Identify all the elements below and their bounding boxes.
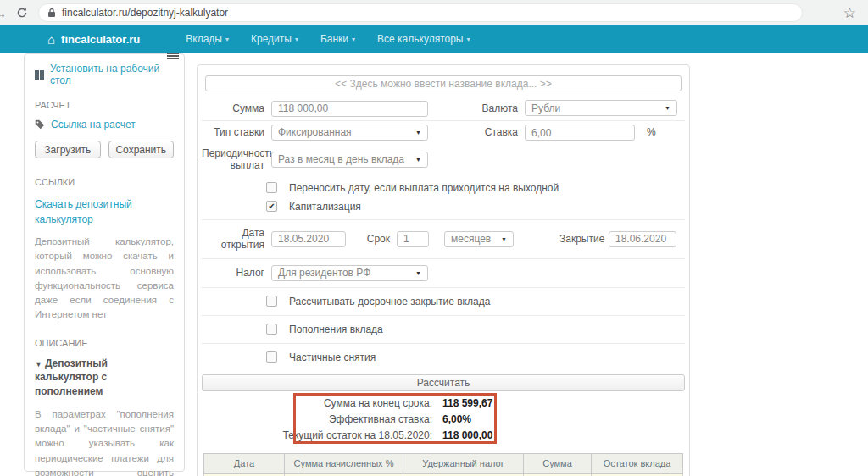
tax-select[interactable]: Для резидентов РФ ▼ xyxy=(271,265,428,281)
col-header-date: Дата xyxy=(204,453,285,473)
refill-checkbox[interactable] xyxy=(266,324,277,335)
brand-home-link[interactable]: ⌂ fincalculator.ru xyxy=(47,32,140,47)
chevron-down-icon: ▼ xyxy=(35,360,42,368)
rate-input[interactable] xyxy=(525,125,635,141)
load-button[interactable]: Загрузить xyxy=(35,141,101,158)
site-navbar: ⌂ fincalculator.ru Вклады ▾ Кредиты ▾ Ба… xyxy=(0,25,868,53)
col-header-accrued: Сумма начисленных % xyxy=(285,453,403,473)
periodicity-label: Периодичность выплат xyxy=(202,147,271,172)
results-summary: Сумма на конец срока: 118 599,67 Эффекти… xyxy=(202,393,685,448)
brand-label: fincalculator.ru xyxy=(61,33,140,46)
chevron-down-icon: ▾ xyxy=(466,36,470,43)
withdraw-label: Частичные снятия xyxy=(289,351,376,363)
calculate-button[interactable]: Рассчитать xyxy=(202,374,685,391)
chevron-down-icon: ▼ xyxy=(415,130,421,136)
capitalization-label: Капитализация xyxy=(289,201,361,213)
capitalization-checkbox[interactable]: ✔ xyxy=(266,201,277,212)
chevron-down-icon: ▾ xyxy=(225,36,229,43)
col-header-tax: Удержанный налог xyxy=(403,453,524,473)
term-input[interactable] xyxy=(397,231,429,247)
menu-item-vklady[interactable]: Вклады ▾ xyxy=(186,33,229,45)
chevron-down-icon: ▼ xyxy=(501,236,507,242)
sum-input[interactable] xyxy=(271,101,428,117)
section-header-calc: РАСЧЕТ xyxy=(35,100,174,110)
menu-label: Кредиты xyxy=(251,33,292,45)
sum-label: Сумма xyxy=(202,102,271,114)
result-value: 118 599,67 xyxy=(442,397,492,409)
toggle-title-label: Депозитный калькулятор с пополнением xyxy=(35,357,108,398)
currency-select[interactable]: Рубли ▼ xyxy=(525,100,677,116)
withdraw-checkbox[interactable] xyxy=(266,351,277,363)
early-close-checkbox[interactable] xyxy=(266,296,277,307)
currency-value: Рубли xyxy=(531,102,560,114)
menu-item-kredity[interactable]: Кредиты ▾ xyxy=(251,33,298,45)
deposit-name-input[interactable] xyxy=(205,75,682,91)
result-label: Сумма на конец срока: xyxy=(202,397,432,409)
url-bar[interactable]: fincalculator.ru/depozitnyj-kalkulyator xyxy=(38,3,803,22)
calculator-card: Сумма Валюта Рубли ▼ Тип ставки Фиксиров… xyxy=(197,64,690,476)
rate-label: Ставка xyxy=(481,126,525,138)
periodicity-value: Раз в месяц в день вклада xyxy=(278,153,404,165)
open-date-label: Дата открытия xyxy=(202,227,271,252)
menu-label: Вклады xyxy=(186,33,222,45)
main-menu: Вклады ▾ Кредиты ▾ Банки ▾ Все калькулят… xyxy=(186,33,470,45)
term-unit-select[interactable]: месяцев ▼ xyxy=(444,231,514,247)
open-date-input[interactable] xyxy=(271,231,346,247)
result-value: 118 000,00 xyxy=(442,429,492,441)
menu-label: Все калькуляторы xyxy=(377,33,463,45)
lock-icon xyxy=(47,8,56,18)
payments-table: Дата Сумма начисленных % Удержанный нало… xyxy=(203,453,683,476)
sidebar: Установить на рабочий стол РАСЧЕТ Ссылка… xyxy=(24,53,185,472)
menu-item-all-calculators[interactable]: Все калькуляторы ▾ xyxy=(377,33,470,45)
section-header-description: ОПИСАНИЕ xyxy=(35,338,174,348)
rate-type-label: Тип ставки xyxy=(202,126,271,138)
description-text: В параметрах "пополнения вклада" и "част… xyxy=(35,407,174,476)
chevron-down-icon: ▼ xyxy=(415,157,421,163)
table-header-row: Дата Сумма начисленных % Удержанный нало… xyxy=(204,453,683,473)
calc-link[interactable]: Ссылка на расчет xyxy=(51,119,136,130)
rate-type-select[interactable]: Фиксированная ▼ xyxy=(271,125,428,141)
chevron-down-icon: ▾ xyxy=(295,36,298,43)
rate-type-value: Фиксированная xyxy=(278,126,352,138)
percent-suffix: % xyxy=(647,126,656,138)
url-text: fincalculator.ru/depozitnyj-kalkulyator xyxy=(62,7,228,19)
result-label: Текущий остаток на 18.05.2020: xyxy=(202,429,432,441)
description-toggle[interactable]: ▼Депозитный калькулятор с пополнением xyxy=(35,357,174,399)
chevron-down-icon: ▾ xyxy=(352,36,355,43)
col-header-balance: Остаток вклада xyxy=(592,453,683,473)
refresh-icon[interactable] xyxy=(13,3,31,22)
chevron-down-icon: ▼ xyxy=(665,105,670,111)
install-desktop-link[interactable]: Установить на рабочий стол xyxy=(50,63,174,86)
col-header-sum: Сумма xyxy=(524,453,592,473)
close-date-label: Закрытие xyxy=(559,233,609,245)
refill-label: Пополнения вклада xyxy=(289,324,383,335)
save-button[interactable]: Сохранить xyxy=(108,141,175,158)
result-label: Эффективная ставка: xyxy=(202,413,432,425)
tag-icon xyxy=(35,119,45,130)
download-calculator-link[interactable]: Скачать депозитный калькулятор xyxy=(35,198,132,225)
section-header-links: ССЫЛКИ xyxy=(35,177,174,187)
sidebar-grip-icon[interactable] xyxy=(167,52,179,60)
menu-item-banki[interactable]: Банки ▾ xyxy=(320,33,355,45)
tax-value: Для резидентов РФ xyxy=(278,267,370,279)
bookmark-star-icon[interactable]: ☆ xyxy=(843,6,856,20)
tax-label: Налог xyxy=(202,267,271,279)
term-unit-value: месяцев xyxy=(451,233,491,245)
move-date-checkbox[interactable] xyxy=(266,182,277,193)
browser-chrome: → fincalculator.ru/depozitnyj-kalkulyato… xyxy=(0,0,868,25)
chevron-down-icon: ▼ xyxy=(415,270,421,276)
forward-arrow-icon[interactable]: → xyxy=(0,6,9,20)
periodicity-select[interactable]: Раз в месяц в день вклада ▼ xyxy=(271,152,428,168)
home-icon: ⌂ xyxy=(47,32,55,47)
result-value: 6,00% xyxy=(442,413,471,425)
close-date-input[interactable] xyxy=(609,231,676,247)
install-grid-icon xyxy=(35,70,44,80)
currency-label: Валюта xyxy=(481,102,525,114)
move-date-label: Переносить дату, если выплата приходится… xyxy=(289,182,559,194)
download-description: Депозитный калькулятор, который можно ск… xyxy=(35,235,174,323)
early-close-label: Рассчитывать досрочное закрытие вклада xyxy=(289,296,490,307)
menu-label: Банки xyxy=(320,33,348,45)
term-label: Срок xyxy=(366,233,397,245)
